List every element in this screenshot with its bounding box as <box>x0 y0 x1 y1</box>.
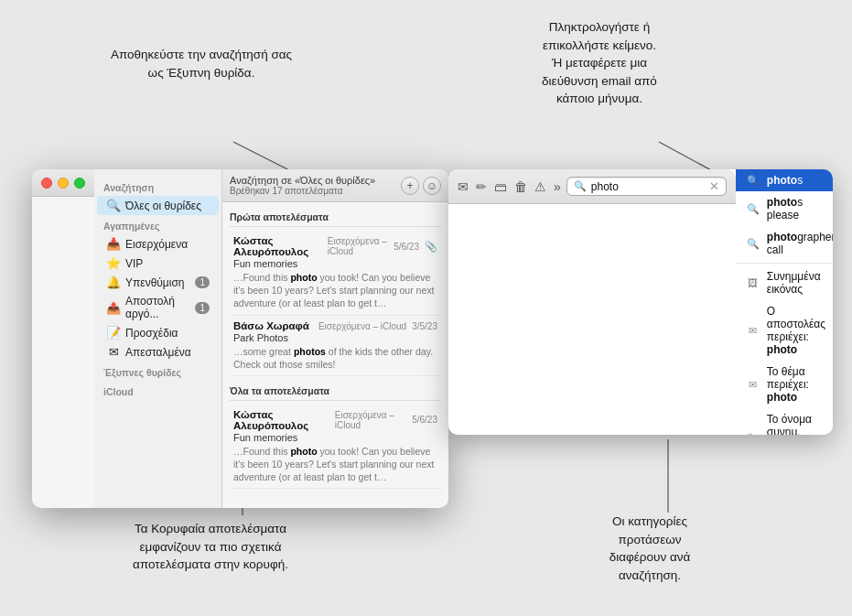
subject-icon: ✉ <box>747 379 760 391</box>
titlebar <box>32 169 94 197</box>
sidebar-item-inbox[interactable]: 📥 Εισερχόμενα <box>97 234 219 254</box>
sidebar-item-vip[interactable]: ⭐ VIP <box>97 254 219 273</box>
email-mailbox-2: Εισερχόμενα – iCloud <box>318 321 406 331</box>
search-title: Αναζήτηση σε «Όλες οι θυρίδες» <box>230 175 375 186</box>
email-from-3: Κώστας Αλευρόπουλος <box>233 409 335 431</box>
suggestion-item-6[interactable]: ✉ Το θέμα περιέχει: photo <box>736 361 833 408</box>
reminders-badge: 1 <box>195 276 210 288</box>
search-subtitle: Βρέθηκαν 17 αποτελέσματα <box>230 186 375 196</box>
emoji-button[interactable]: ☺ <box>423 177 441 195</box>
overflow-icon[interactable]: » <box>554 179 561 194</box>
inbox-label: Εισερχόμενα <box>125 238 188 251</box>
divider-1 <box>736 263 833 264</box>
delete-icon[interactable]: 🗑 <box>514 179 527 194</box>
search-window: ✉ ✏ 🗃 🗑 ⚠ » 🔍 photo ✕ 🔍 photos 🔍 photos … <box>448 169 833 435</box>
junk-icon[interactable]: ⚠ <box>534 179 546 194</box>
mail-window: Αναζήτηση 🔍 Όλες οι θυρίδες Αγαπημένες 📥… <box>32 169 448 508</box>
sidebar: Αναζήτηση 🔍 Όλες οι θυρίδες Αγαπημένες 📥… <box>94 169 222 508</box>
email-item-all-1[interactable]: Κώστας Αλευρόπουλος Εισερχόμενα – iCloud… <box>230 405 441 490</box>
suggestion-text-2: photos please <box>767 196 822 222</box>
search-top-bar: ✉ ✏ 🗃 🗑 ⚠ » 🔍 photo ✕ <box>448 169 736 204</box>
sidebar-item-sent[interactable]: ✉ Απεσταλμένα <box>97 342 219 362</box>
email-date-3: 5/6/23 <box>412 415 437 425</box>
send-later-label: Αποστολή αργό... <box>125 295 190 320</box>
sidebar-section-search: Αναζήτηση <box>94 177 221 196</box>
email-subject-3: Fun memories <box>233 432 437 443</box>
reminders-label: Υπενθύμιση <box>125 276 185 289</box>
search-icon-small: 🔍 <box>574 180 587 192</box>
new-message-icon[interactable]: ✏ <box>476 179 487 194</box>
sidebar-item-send-later[interactable]: 📤 Αποστολή αργό... 1 <box>97 292 219 323</box>
email-item-top-1[interactable]: Κώστας Αλευρόπουλος Εισερχόμενα – iCloud… <box>230 231 441 316</box>
compose-icon[interactable]: ✉ <box>458 179 469 194</box>
archive-icon[interactable]: 🗃 <box>494 179 507 194</box>
annotation-top-left: Αποθηκεύστε την αναζήτησή σας ως Έξυπνη … <box>110 46 293 81</box>
send-icon: 📤 <box>106 301 121 315</box>
annotation-bottom-left: Τα Κορυφαία αποτελέσματαεμφανίζουν τα πι… <box>92 520 329 574</box>
top-results-label: Πρώτα αποτελέσματα <box>230 208 441 227</box>
suggestion-text-5: Ο αποστολέας περιέχει: photo <box>767 305 825 356</box>
search-icon: 🔍 <box>106 199 121 212</box>
search-clear-button[interactable]: ✕ <box>709 179 719 193</box>
inbox-icon: 📥 <box>106 237 121 251</box>
search-suggestion-icon: 🔍 <box>747 175 760 187</box>
suggestion-item-5[interactable]: ✉ Ο αποστολέας περιέχει: photo <box>736 300 833 361</box>
suggestion-item-1[interactable]: 🔍 photos <box>736 169 833 191</box>
add-smart-mailbox-button[interactable]: + <box>401 177 419 195</box>
vip-label: VIP <box>125 257 143 270</box>
toolbar-icons: ✉ ✏ 🗃 🗑 ⚠ » <box>458 179 561 194</box>
suggestion-text-6: Το θέμα περιέχει: photo <box>767 365 822 404</box>
drafts-icon: 📝 <box>106 326 121 340</box>
email-from: Κώστας Αλευρόπουλος <box>233 235 328 257</box>
email-header-3: Κώστας Αλευρόπουλος Εισερχόμενα – iCloud… <box>233 409 437 431</box>
mail-main: Αναζήτηση σε «Όλες οι θυρίδες» Βρέθηκαν … <box>222 169 448 508</box>
search-input-wrapper: 🔍 photo ✕ <box>566 177 727 196</box>
suggestion-text-1: photos <box>767 174 803 187</box>
email-preview-2: …some great photos of the kids the other… <box>233 345 437 371</box>
suggestion-item-2[interactable]: 🔍 photos please <box>736 191 833 226</box>
sent-icon: ✉ <box>106 345 121 359</box>
image-category-icon: 🖼 <box>747 277 760 288</box>
sidebar-item-drafts[interactable]: 📝 Προσχέδια <box>97 323 219 342</box>
minimize-button[interactable] <box>58 178 69 189</box>
highlight-word-3: photo <box>290 446 317 457</box>
sidebar-section-smart: Έξυπνες θυρίδες <box>94 362 221 381</box>
highlight-word-2: photos <box>294 346 326 357</box>
suggestions-dropdown: 🔍 photos 🔍 photos please 🔍 photographers… <box>736 169 833 435</box>
suggestion-item-7[interactable]: 📎 Το όνομα συνημ. περιέχει: photo <box>736 408 833 435</box>
email-meta-3: Εισερχόμενα – iCloud 5/6/23 <box>335 410 437 430</box>
sidebar-section-favorites: Αγαπημένες <box>94 215 221 234</box>
email-item-top-2[interactable]: Βάσω Χωραφά Εισερχόμενα – iCloud 3/5/23 … <box>230 316 441 376</box>
sidebar-section-icloud: iCloud <box>94 381 221 400</box>
search-input-value[interactable]: photo <box>591 180 705 193</box>
attachment-icon: 📎 <box>425 241 437 253</box>
maximize-button[interactable] <box>74 178 85 189</box>
suggestion-text-4: Συνημμένα εικόνας <box>767 270 822 296</box>
suggestion-item-4[interactable]: 🖼 Συνημμένα εικόνας <box>736 265 833 300</box>
all-results-label: Όλα τα αποτελέσματα <box>230 382 441 401</box>
window-body: Αναζήτηση 🔍 Όλες οι θυρίδες Αγαπημένες 📥… <box>94 169 448 508</box>
search-suggestion-icon-2: 🔍 <box>747 203 760 215</box>
star-icon: ⭐ <box>106 256 121 270</box>
all-mailboxes-label: Όλες οι θυρίδες <box>125 200 201 212</box>
email-header: Κώστας Αλευρόπουλος Εισερχόμενα – iCloud… <box>233 235 437 257</box>
drafts-label: Προσχέδια <box>125 327 178 340</box>
email-from-2: Βάσω Χωραφά <box>233 320 309 331</box>
email-date-2: 3/5/23 <box>412 321 437 331</box>
email-meta-2: Εισερχόμενα – iCloud 3/5/23 <box>318 321 437 331</box>
email-header-2: Βάσω Χωραφά Εισερχόμενα – iCloud 3/5/23 <box>233 320 437 331</box>
suggestion-text-3: photographers call <box>767 231 833 256</box>
close-button[interactable] <box>41 178 52 189</box>
email-preview: …Found this photo you took! Can you beli… <box>233 271 437 310</box>
sidebar-item-all-mailboxes[interactable]: 🔍 Όλες οι θυρίδες <box>97 196 219 215</box>
suggestion-item-3[interactable]: 🔍 photographers call <box>736 226 833 261</box>
email-date: 5/6/23 <box>394 242 419 252</box>
email-mailbox: Εισερχόμενα – iCloud <box>328 236 388 256</box>
email-subject-2: Park Photos <box>233 332 437 343</box>
results-area: Πρώτα αποτελέσματα Κώστας Αλευρόπουλος Ε… <box>222 202 448 508</box>
sidebar-item-reminders[interactable]: 🔔 Υπενθύμιση 1 <box>97 273 219 292</box>
search-bar-area: Αναζήτηση σε «Όλες οι θυρίδες» Βρέθηκαν … <box>222 169 448 202</box>
sender-icon: ✉ <box>747 325 760 337</box>
email-preview-3: …Found this photo you took! Can you beli… <box>233 445 437 484</box>
highlight-word: photo <box>290 272 317 283</box>
